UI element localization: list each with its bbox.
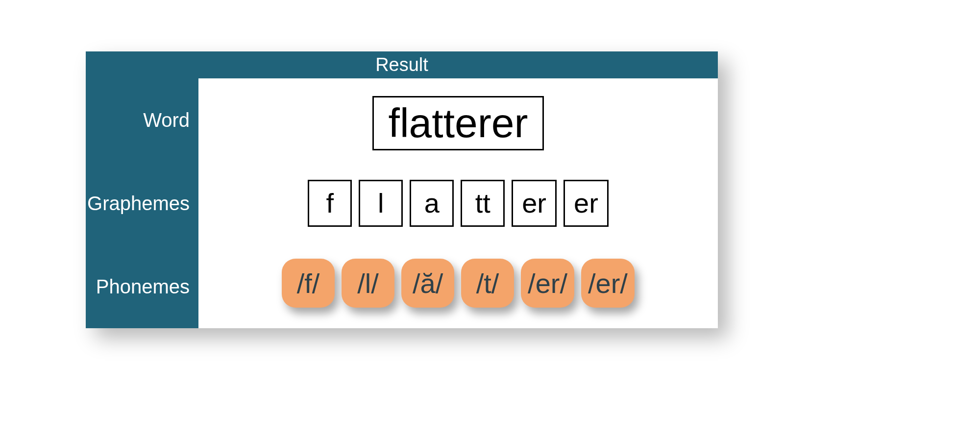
grapheme-box: er [512,180,557,227]
word-box: flatterer [372,96,544,150]
graphemes-row: f l a tt er er [198,174,718,233]
phoneme-chip[interactable]: /ă/ [401,259,454,308]
grapheme-box: l [359,180,403,227]
card-body: flatterer f l a tt er er /f/ /l/ /ă/ /t/… [198,78,718,328]
phonemes-row: /f/ /l/ /ă/ /t/ /er/ /er/ [198,254,718,313]
canvas: Result Word Graphemes Phonemes flatterer… [0,0,980,435]
result-card: Result Word Graphemes Phonemes flatterer… [86,51,718,328]
phoneme-chip[interactable]: /er/ [521,259,574,308]
grapheme-box: f [308,180,352,227]
label-phonemes: Phonemes [91,257,190,316]
grapheme-box: a [410,180,454,227]
label-graphemes: Graphemes [91,174,190,233]
grapheme-box: er [564,180,609,227]
phoneme-chip[interactable]: /er/ [581,259,635,308]
card-header: Result [86,51,718,78]
grapheme-box: tt [461,180,505,227]
phoneme-chip[interactable]: /t/ [461,259,514,308]
phoneme-chip[interactable]: /l/ [342,259,394,308]
phoneme-chip[interactable]: /f/ [282,259,335,308]
word-row: flatterer [198,94,718,153]
row-labels: Word Graphemes Phonemes [86,78,198,328]
label-word: Word [91,91,190,149]
